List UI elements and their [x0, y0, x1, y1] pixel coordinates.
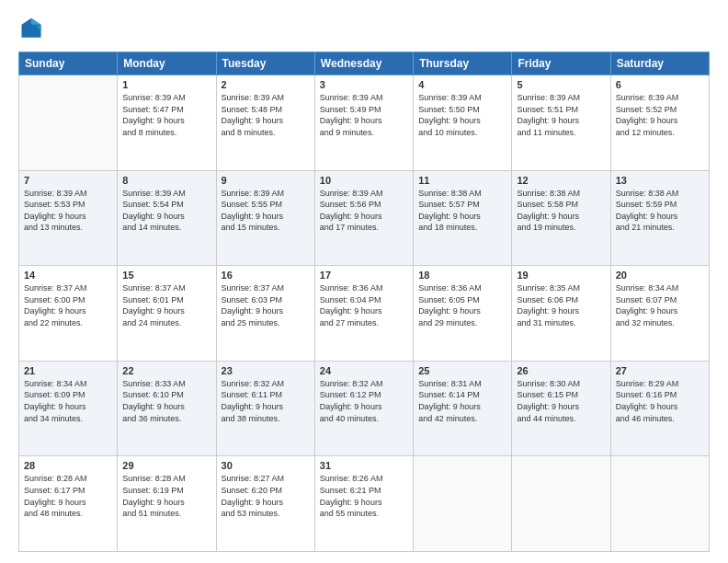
calendar-day-cell: 20Sunrise: 8:34 AMSunset: 6:07 PMDayligh… [610, 266, 709, 362]
day-number: 13 [616, 175, 704, 186]
day-info: Sunrise: 8:34 AMSunset: 6:09 PMDaylight:… [24, 378, 112, 424]
calendar-header-monday: Monday [118, 52, 216, 75]
calendar-header-tuesday: Tuesday [216, 52, 314, 75]
day-number: 6 [616, 79, 704, 90]
day-number: 20 [616, 270, 704, 281]
day-info: Sunrise: 8:34 AMSunset: 6:07 PMDaylight:… [616, 282, 704, 328]
day-info: Sunrise: 8:39 AMSunset: 5:52 PMDaylight:… [616, 92, 704, 138]
calendar-header-friday: Friday [512, 52, 610, 75]
day-number: 25 [418, 365, 506, 376]
day-number: 16 [222, 270, 310, 281]
day-number: 4 [418, 79, 506, 90]
calendar-day-cell: 16Sunrise: 8:37 AMSunset: 6:03 PMDayligh… [216, 266, 314, 362]
day-number: 12 [517, 175, 605, 186]
day-info: Sunrise: 8:37 AMSunset: 6:03 PMDaylight:… [222, 282, 310, 328]
day-number: 17 [320, 270, 408, 281]
calendar-week-row: 14Sunrise: 8:37 AMSunset: 6:00 PMDayligh… [19, 266, 710, 362]
day-info: Sunrise: 8:39 AMSunset: 5:55 PMDaylight:… [222, 188, 310, 234]
calendar-week-row: 7Sunrise: 8:39 AMSunset: 5:53 PMDaylight… [19, 170, 710, 266]
calendar-header-wednesday: Wednesday [314, 52, 413, 75]
calendar-day-cell: 9Sunrise: 8:39 AMSunset: 5:55 PMDaylight… [216, 170, 314, 266]
day-info: Sunrise: 8:37 AMSunset: 6:01 PMDaylight:… [122, 282, 210, 328]
day-number: 9 [222, 175, 310, 186]
calendar-day-cell: 25Sunrise: 8:31 AMSunset: 6:14 PMDayligh… [414, 361, 512, 456]
day-info: Sunrise: 8:37 AMSunset: 6:00 PMDaylight:… [24, 282, 112, 328]
day-info: Sunrise: 8:39 AMSunset: 5:47 PMDaylight:… [122, 92, 210, 138]
calendar-day-cell: 5Sunrise: 8:39 AMSunset: 5:51 PMDaylight… [512, 75, 610, 171]
day-info: Sunrise: 8:39 AMSunset: 5:53 PMDaylight:… [24, 188, 112, 234]
day-info: Sunrise: 8:39 AMSunset: 5:51 PMDaylight:… [517, 92, 605, 138]
day-info: Sunrise: 8:38 AMSunset: 5:59 PMDaylight:… [616, 188, 704, 234]
calendar-day-cell: 19Sunrise: 8:35 AMSunset: 6:06 PMDayligh… [512, 266, 610, 362]
day-info: Sunrise: 8:36 AMSunset: 6:05 PMDaylight:… [418, 282, 506, 328]
svg-marker-1 [31, 18, 41, 25]
calendar-day-cell [610, 456, 709, 552]
calendar-header-thursday: Thursday [414, 52, 512, 75]
calendar-day-cell [512, 456, 610, 552]
calendar-day-cell: 4Sunrise: 8:39 AMSunset: 5:50 PMDaylight… [414, 75, 512, 171]
day-info: Sunrise: 8:32 AMSunset: 6:12 PMDaylight:… [320, 378, 408, 424]
day-number: 30 [222, 460, 310, 471]
day-info: Sunrise: 8:39 AMSunset: 5:48 PMDaylight:… [222, 92, 310, 138]
calendar-day-cell: 28Sunrise: 8:28 AMSunset: 6:17 PMDayligh… [19, 456, 118, 552]
calendar-day-cell: 30Sunrise: 8:27 AMSunset: 6:20 PMDayligh… [216, 456, 314, 552]
day-number: 2 [222, 79, 310, 90]
calendar-week-row: 21Sunrise: 8:34 AMSunset: 6:09 PMDayligh… [19, 361, 710, 456]
day-info: Sunrise: 8:29 AMSunset: 6:16 PMDaylight:… [616, 378, 704, 424]
day-number: 26 [517, 365, 605, 376]
calendar-day-cell: 26Sunrise: 8:30 AMSunset: 6:15 PMDayligh… [512, 361, 610, 456]
calendar-day-cell: 2Sunrise: 8:39 AMSunset: 5:48 PMDaylight… [216, 75, 314, 171]
calendar-day-cell: 11Sunrise: 8:38 AMSunset: 5:57 PMDayligh… [414, 170, 512, 266]
calendar-day-cell: 21Sunrise: 8:34 AMSunset: 6:09 PMDayligh… [19, 361, 118, 456]
calendar-day-cell: 7Sunrise: 8:39 AMSunset: 5:53 PMDaylight… [19, 170, 118, 266]
calendar-day-cell: 22Sunrise: 8:33 AMSunset: 6:10 PMDayligh… [118, 361, 216, 456]
calendar-day-cell: 31Sunrise: 8:26 AMSunset: 6:21 PMDayligh… [314, 456, 413, 552]
calendar-day-cell: 27Sunrise: 8:29 AMSunset: 6:16 PMDayligh… [610, 361, 709, 456]
day-number: 24 [320, 365, 408, 376]
calendar-day-cell: 3Sunrise: 8:39 AMSunset: 5:49 PMDaylight… [314, 75, 413, 171]
calendar-day-cell: 14Sunrise: 8:37 AMSunset: 6:00 PMDayligh… [19, 266, 118, 362]
day-number: 14 [24, 270, 112, 281]
day-number: 8 [122, 175, 210, 186]
day-info: Sunrise: 8:26 AMSunset: 6:21 PMDaylight:… [320, 473, 408, 519]
calendar-day-cell: 1Sunrise: 8:39 AMSunset: 5:47 PMDaylight… [118, 75, 216, 171]
day-number: 1 [122, 79, 210, 90]
day-number: 23 [222, 365, 310, 376]
day-number: 10 [320, 175, 408, 186]
header [18, 17, 710, 42]
day-number: 29 [122, 460, 210, 471]
day-info: Sunrise: 8:30 AMSunset: 6:15 PMDaylight:… [517, 378, 605, 424]
day-number: 21 [24, 365, 112, 376]
day-number: 3 [320, 79, 408, 90]
calendar-day-cell: 6Sunrise: 8:39 AMSunset: 5:52 PMDaylight… [610, 75, 709, 171]
day-number: 31 [320, 460, 408, 471]
day-info: Sunrise: 8:39 AMSunset: 5:56 PMDaylight:… [320, 188, 408, 234]
day-number: 28 [24, 460, 112, 471]
day-number: 18 [418, 270, 506, 281]
calendar-header-saturday: Saturday [610, 52, 709, 75]
day-number: 5 [517, 79, 605, 90]
page: SundayMondayTuesdayWednesdayThursdayFrid… [0, 0, 728, 563]
day-number: 15 [122, 270, 210, 281]
calendar-day-cell: 17Sunrise: 8:36 AMSunset: 6:04 PMDayligh… [314, 266, 413, 362]
day-number: 7 [24, 175, 112, 186]
calendar-day-cell: 15Sunrise: 8:37 AMSunset: 6:01 PMDayligh… [118, 266, 216, 362]
day-info: Sunrise: 8:31 AMSunset: 6:14 PMDaylight:… [418, 378, 506, 424]
day-info: Sunrise: 8:27 AMSunset: 6:20 PMDaylight:… [222, 473, 310, 519]
day-info: Sunrise: 8:39 AMSunset: 5:50 PMDaylight:… [418, 92, 506, 138]
day-number: 19 [517, 270, 605, 281]
calendar-day-cell: 8Sunrise: 8:39 AMSunset: 5:54 PMDaylight… [118, 170, 216, 266]
day-info: Sunrise: 8:33 AMSunset: 6:10 PMDaylight:… [122, 378, 210, 424]
day-number: 22 [122, 365, 210, 376]
day-number: 11 [418, 175, 506, 186]
calendar-day-cell: 24Sunrise: 8:32 AMSunset: 6:12 PMDayligh… [314, 361, 413, 456]
day-info: Sunrise: 8:39 AMSunset: 5:49 PMDaylight:… [320, 92, 408, 138]
calendar-day-cell: 12Sunrise: 8:38 AMSunset: 5:58 PMDayligh… [512, 170, 610, 266]
day-info: Sunrise: 8:36 AMSunset: 6:04 PMDaylight:… [320, 282, 408, 328]
calendar-day-cell [414, 456, 512, 552]
calendar-header-row: SundayMondayTuesdayWednesdayThursdayFrid… [19, 52, 710, 75]
calendar-day-cell: 10Sunrise: 8:39 AMSunset: 5:56 PMDayligh… [314, 170, 413, 266]
calendar-day-cell: 23Sunrise: 8:32 AMSunset: 6:11 PMDayligh… [216, 361, 314, 456]
calendar-table: SundayMondayTuesdayWednesdayThursdayFrid… [18, 52, 710, 552]
day-info: Sunrise: 8:39 AMSunset: 5:54 PMDaylight:… [122, 188, 210, 234]
